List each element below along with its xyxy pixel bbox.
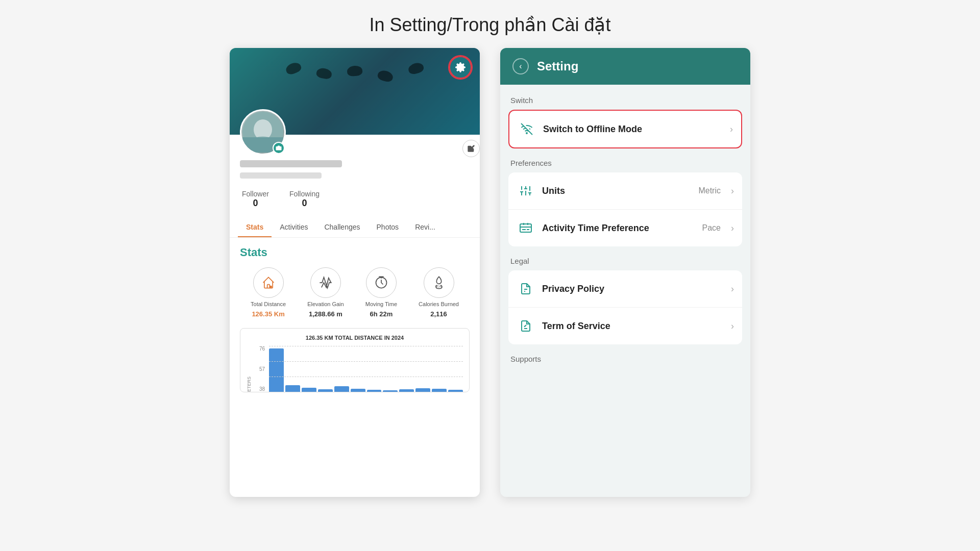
chart-bar-1	[285, 385, 300, 392]
dotted-line-mid1	[269, 361, 463, 362]
chart-y-axis-label: ETERS	[247, 377, 252, 392]
supports-label: Supports	[508, 355, 742, 363]
diver-shapes	[230, 63, 480, 81]
back-icon: ‹	[519, 62, 522, 71]
calories-label: Calories Burned	[419, 301, 459, 307]
time-icon-circle	[366, 267, 397, 298]
section-switch-label: Switch	[508, 96, 742, 105]
distance-icon-circle	[253, 267, 284, 298]
page-title: In Setting/Trong phần Cài đặt	[370, 14, 611, 36]
settings-panel: ‹ Setting Switch	[500, 48, 750, 497]
section-preferences-label: Preferences	[508, 159, 742, 167]
wifi-off-svg	[521, 123, 533, 135]
legal-card: Privacy Policy › Term of Service ›	[508, 270, 742, 344]
switch-card: Switch to Offline Mode ›	[508, 110, 742, 148]
following-count: 0	[302, 198, 307, 209]
chart-bar-3	[318, 389, 333, 392]
stats-icons-row: Total Distance 126.35 Km Elevation Gain …	[240, 267, 470, 318]
screens-container: Follower 0 Following 0 Stats Activities …	[230, 48, 750, 497]
chart-bar-2	[302, 388, 316, 392]
sliders-icon	[517, 182, 535, 200]
y-label-38: 38	[255, 386, 265, 392]
units-chevron: ›	[731, 186, 734, 196]
privacy-svg	[520, 283, 532, 295]
edit-icon	[467, 144, 475, 153]
settings-body: Switch Switch to Offl	[500, 85, 750, 497]
svg-text:KCAL: KCAL	[435, 285, 443, 288]
time-pref-icon	[517, 219, 535, 237]
time-icon	[374, 276, 388, 290]
settings-header: ‹ Setting	[500, 48, 750, 85]
activity-time-pref-value: Pace	[702, 223, 721, 233]
y-label-76: 76	[255, 346, 265, 352]
following-label: Following	[289, 190, 320, 198]
diver-3	[347, 65, 363, 77]
profile-section: Follower 0 Following 0	[230, 135, 480, 217]
elevation-icon-circle	[310, 267, 341, 298]
elevation-icon	[318, 276, 333, 290]
privacy-policy-chevron: ›	[731, 284, 734, 294]
y-label-57: 57	[255, 366, 265, 372]
wifi-off-icon	[518, 120, 536, 138]
elevation-value: 1,288.66 m	[309, 310, 342, 318]
units-row[interactable]: Units Metric ›	[508, 172, 742, 210]
activity-time-preference-row[interactable]: Activity Time Preference Pace ›	[508, 210, 742, 246]
activity-time-pref-chevron: ›	[731, 223, 734, 234]
chart-bar-11	[448, 390, 463, 392]
settings-gear-button[interactable]	[449, 56, 472, 79]
units-value: Metric	[698, 186, 721, 195]
chart-bar-4	[334, 386, 349, 392]
diver-2	[315, 67, 332, 80]
preferences-card: Units Metric ›	[508, 172, 742, 246]
privacy-icon	[517, 280, 535, 298]
calories-value: 2,116	[430, 310, 447, 318]
privacy-policy-text: Privacy Policy	[542, 284, 724, 294]
stat-moving-time: Moving Time 6h 22m	[365, 267, 397, 318]
stat-calories: KCAL Calories Burned 2,116	[419, 267, 459, 318]
tab-challenges[interactable]: Challenges	[316, 217, 368, 237]
switch-offline-chevron: ›	[730, 124, 733, 135]
terms-of-service-chevron: ›	[731, 321, 734, 332]
distance-label: Total Distance	[251, 301, 286, 307]
chart-title: 126.35 KM TOTAL DISTANCE IN 2024	[247, 335, 463, 341]
privacy-policy-row[interactable]: Privacy Policy ›	[508, 270, 742, 308]
back-button[interactable]: ‹	[512, 58, 529, 74]
time-label: Moving Time	[365, 301, 397, 307]
time-pref-svg	[520, 222, 532, 234]
diver-5	[407, 61, 425, 75]
chart-bar-9	[415, 388, 430, 392]
terms-svg	[520, 320, 532, 332]
camera-badge[interactable]	[273, 142, 285, 154]
tab-activities[interactable]: Activities	[272, 217, 316, 237]
calories-icon: KCAL	[432, 276, 446, 290]
follower-label: Follower	[242, 190, 269, 198]
switch-to-offline-row[interactable]: Switch to Offline Mode ›	[509, 111, 741, 147]
calories-icon-circle: KCAL	[424, 267, 454, 298]
edit-profile-button[interactable]	[462, 140, 480, 157]
switch-offline-text: Switch to Offline Mode	[543, 124, 723, 135]
terms-of-service-row[interactable]: Term of Service ›	[508, 308, 742, 344]
chart-bar-7	[383, 390, 398, 392]
terms-icon	[517, 317, 535, 335]
tab-photos[interactable]: Photos	[369, 217, 407, 237]
tab-stats[interactable]: Stats	[238, 217, 272, 237]
chart-box: 126.35 KM TOTAL DISTANCE IN 2024 ETERS 7…	[240, 328, 470, 392]
activity-time-pref-text: Activity Time Preference	[542, 223, 695, 234]
tab-reviews[interactable]: Revi...	[407, 217, 444, 237]
distance-icon	[261, 276, 276, 290]
chart-bar-6	[367, 390, 382, 392]
diver-1	[284, 61, 302, 76]
tabs-row: Stats Activities Challenges Photos Revi.…	[230, 217, 480, 238]
chart-bars	[269, 346, 463, 392]
svg-point-5	[270, 286, 272, 288]
time-value: 6h 22m	[370, 310, 393, 318]
follower-row: Follower 0 Following 0	[240, 190, 470, 209]
svg-point-4	[278, 147, 280, 149]
diver-4	[377, 69, 394, 83]
section-legal-label: Legal	[508, 257, 742, 265]
chart-bar-10	[432, 389, 447, 392]
svg-point-9	[526, 133, 527, 134]
following-item: Following 0	[289, 190, 320, 209]
stats-title: Stats	[240, 246, 470, 259]
follower-count: 0	[253, 198, 258, 209]
